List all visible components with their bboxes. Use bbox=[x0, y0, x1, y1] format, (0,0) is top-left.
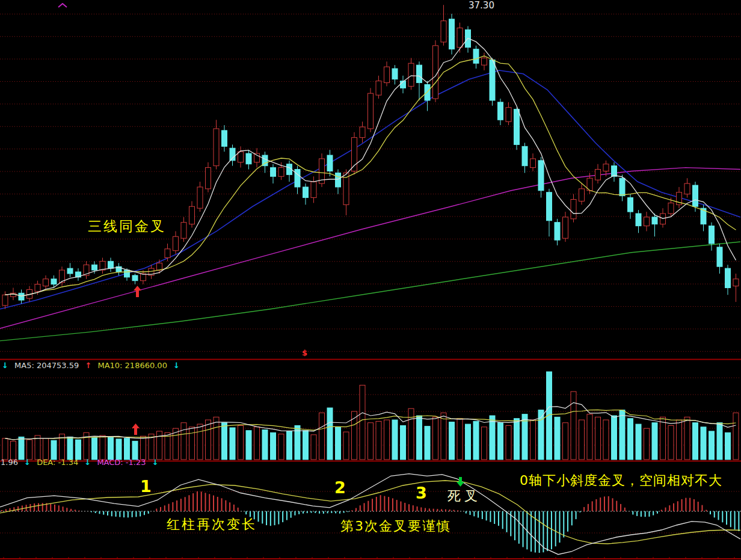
magenta-peak-tick bbox=[58, 0, 67, 10]
volume-ma10-value: MA10: 218660.00 bbox=[97, 361, 167, 370]
death-cross-label: 死叉 bbox=[447, 490, 481, 503]
golden-cross-annotation: 三线同金叉 bbox=[88, 220, 166, 233]
price-ma-lines bbox=[5, 38, 736, 297]
dea-trend-down-icon: ↓ bbox=[84, 458, 91, 467]
macd-indicator-header: 1.96 ↓ DEA: -1.34 ↓ MACD: -1.23 ↓ bbox=[1, 458, 162, 466]
macd-dea-value: DEA: -1.34 bbox=[37, 458, 78, 467]
macd-dif-value: 1.96 bbox=[1, 458, 18, 467]
peak-price-label: 37.30 bbox=[469, 1, 494, 10]
golden-cross-marker-2: 2 bbox=[334, 479, 346, 496]
buy-point-up-arrow-icon bbox=[133, 286, 142, 300]
stock-app-window: 37.30 三线同金叉 $ ↓ MA5: 204753.59 ↑ MA10: 2… bbox=[0, 0, 741, 560]
ma5-trend-down-icon: ↓ bbox=[2, 361, 8, 370]
ma10-trend-down-icon: ↓ bbox=[173, 361, 180, 370]
volume-up-arrow-icon bbox=[131, 423, 140, 438]
candlestick-layer bbox=[2, 5, 739, 309]
red-bars-note: 红柱再次变长 bbox=[167, 518, 257, 531]
ma5-trend-up-icon: ↑ bbox=[85, 361, 91, 370]
golden-cross-marker-1: 1 bbox=[140, 478, 152, 494]
third-cross-note: 第3次金叉要谨慎 bbox=[340, 520, 451, 533]
zero-axis-note: 0轴下小斜度金叉，空间相对不大 bbox=[520, 474, 722, 487]
golden-cross-marker-3: 3 bbox=[416, 485, 427, 501]
ex-dividend-marker: $ bbox=[302, 349, 307, 357]
death-cross-down-arrow-icon bbox=[456, 476, 465, 490]
macd-trend-down-icon: ↓ bbox=[152, 458, 159, 467]
macd-value: MACD: -1.23 bbox=[97, 458, 146, 467]
volume-indicator-header: ↓ MA5: 204753.59 ↑ MA10: 218660.00 ↓ bbox=[2, 362, 183, 369]
volume-ma5-value: MA5: 204753.59 bbox=[14, 361, 79, 370]
dif-trend-down-icon: ↓ bbox=[24, 458, 31, 467]
